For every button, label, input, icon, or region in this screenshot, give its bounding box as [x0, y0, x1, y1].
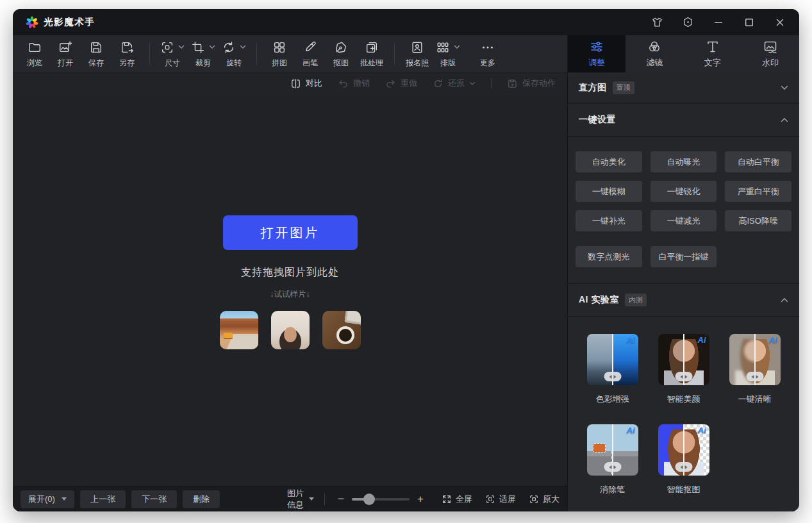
ai-badge-icon: Ai — [698, 426, 706, 435]
ai-smart-beauty-thumbnail: Ai — [658, 334, 709, 385]
compare-icon — [290, 78, 301, 89]
sample-desk-thumbnail[interactable] — [322, 311, 361, 349]
chevron-down-icon[interactable] — [178, 45, 185, 49]
watermark-icon — [763, 39, 778, 54]
high-iso-denoise-button[interactable]: 高ISO降噪 — [725, 210, 791, 231]
maximize-button[interactable] — [743, 16, 756, 29]
one-click-blur-button[interactable]: 一键模糊 — [576, 181, 642, 202]
brush-button[interactable]: 画笔 — [295, 37, 326, 71]
pen-nib-icon — [334, 40, 348, 55]
ai-badge-icon: Ai — [698, 335, 706, 345]
compare-button[interactable]: 对比 — [290, 78, 322, 89]
undo-button[interactable]: 撤销 — [338, 78, 370, 89]
tab-watermark[interactable]: 水印 — [742, 35, 799, 72]
open-image-button[interactable]: 打开图片 — [223, 215, 358, 250]
batch-stack-icon — [365, 40, 379, 55]
history-toolbar: 对比 撤销 重做 还原 保存动作 — [13, 72, 567, 94]
chevron-down-icon[interactable] — [240, 45, 246, 49]
open-button[interactable]: 打开 — [50, 37, 81, 71]
ai-lab-section-header[interactable]: AI 实验室 内测 — [568, 284, 799, 317]
ai-badge-icon: Ai — [769, 335, 777, 345]
tab-filters[interactable]: 滤镜 — [626, 35, 683, 72]
digital-spot-metering-button[interactable]: 数字点测光 — [576, 246, 642, 267]
ai-color-enhance-card[interactable]: Ai 色彩增强 — [577, 334, 648, 405]
save-as-button[interactable]: 另存 — [112, 37, 142, 71]
fullscreen-icon — [442, 494, 452, 504]
fullscreen-button[interactable]: 全屏 — [442, 494, 472, 505]
toolbar-separator — [256, 43, 257, 65]
ai-badge-icon: Ai — [627, 335, 635, 345]
resize-button[interactable]: 尺寸 — [157, 37, 188, 71]
id-photo-icon — [410, 40, 424, 55]
chevron-down-icon[interactable] — [209, 45, 215, 49]
id-photo-button[interactable]: 报名照 — [402, 37, 433, 71]
more-button[interactable]: 更多 — [472, 37, 503, 71]
zoom-in-button[interactable]: + — [413, 493, 427, 506]
image-info-button[interactable]: 图片信息 — [287, 488, 314, 511]
batch-button[interactable]: 批处理 — [356, 37, 387, 71]
next-image-button[interactable]: 下一张 — [131, 490, 177, 508]
dropdown-arrow-icon — [62, 497, 67, 501]
sample-canyon-thumbnail[interactable] — [220, 311, 258, 349]
redo-icon — [385, 78, 396, 89]
collage-button[interactable]: 拼图 — [264, 37, 295, 71]
ai-color-enhance-thumbnail: Ai — [587, 334, 638, 385]
ai-badge-icon: Ai — [627, 426, 635, 435]
layout-grid-icon — [436, 40, 450, 54]
compare-slider-icon — [675, 462, 692, 472]
auto-beautify-button[interactable]: 自动美化 — [576, 151, 642, 172]
sample-portrait-thumbnail[interactable] — [271, 311, 310, 349]
sliders-icon — [589, 39, 604, 54]
browse-button[interactable]: 浏览 — [19, 37, 50, 71]
toolbar-separator — [149, 43, 150, 65]
rotate-icon — [222, 40, 236, 54]
ai-eraser-pen-card[interactable]: Ai 消除笔 — [577, 424, 648, 495]
rotate-button[interactable]: 旋转 — [219, 37, 249, 71]
layout-button[interactable]: 排版 — [433, 37, 463, 71]
chevron-down-icon[interactable] — [454, 45, 460, 49]
delete-image-button[interactable]: 删除 — [183, 490, 220, 508]
original-size-button[interactable]: 原大 — [529, 494, 559, 505]
save-action-button[interactable]: 保存动作 — [507, 78, 556, 89]
tab-text[interactable]: 文字 — [684, 35, 742, 72]
one-click-sharpen-button[interactable]: 一键锐化 — [650, 181, 717, 202]
ai-one-click-clarity-card[interactable]: Ai 一键清晰 — [719, 334, 790, 405]
expand-filmstrip-button[interactable]: 展开(0) — [21, 490, 74, 508]
pin-badge[interactable]: 置顶 — [613, 81, 634, 94]
cutout-pen-button[interactable]: 抠图 — [326, 37, 356, 71]
zoom-slider-thumb[interactable] — [363, 494, 375, 505]
fit-screen-button[interactable]: 适屏 — [485, 494, 516, 505]
zoom-out-button[interactable]: − — [334, 493, 348, 506]
theme-shirt-icon[interactable] — [650, 16, 663, 29]
one-click-section-header[interactable]: 一键设置 — [568, 104, 799, 137]
eraser-selection — [593, 444, 606, 452]
settings-hexagon-icon[interactable] — [681, 16, 694, 29]
save-as-icon — [120, 40, 134, 55]
redo-button[interactable]: 重做 — [385, 78, 417, 89]
zoom-slider[interactable] — [352, 498, 410, 501]
dropdown-arrow-icon — [309, 497, 314, 501]
save-button[interactable]: 保存 — [81, 37, 112, 71]
one-click-fill-light-button[interactable]: 一键补光 — [576, 210, 642, 231]
bottom-statusbar: 展开(0) 上一张 下一张 删除 图片信息 − + — [13, 486, 567, 511]
panel-tabs: 调整 滤镜 文字 水印 — [568, 35, 799, 72]
auto-exposure-button[interactable]: 自动曝光 — [650, 151, 717, 172]
chevron-up-icon — [781, 117, 788, 122]
samples-hint: ↓试试样片↓ — [270, 289, 310, 300]
crop-button[interactable]: 裁剪 — [188, 37, 219, 71]
white-balance-one-touch-button[interactable]: 白平衡一指键 — [650, 246, 717, 267]
auto-white-balance-button[interactable]: 自动白平衡 — [725, 151, 791, 172]
compare-slider-icon — [746, 372, 763, 381]
image-canvas: 打开图片 支持拖拽图片到此处 ↓试试样片↓ — [13, 94, 567, 486]
ai-smart-beauty-card[interactable]: Ai 智能美颜 — [648, 334, 719, 405]
one-click-dim-light-button[interactable]: 一键减光 — [650, 210, 717, 231]
tab-adjust[interactable]: 调整 — [568, 35, 626, 72]
restore-button[interactable]: 还原 — [433, 78, 476, 89]
close-button[interactable] — [774, 16, 786, 29]
previous-image-button[interactable]: 上一张 — [80, 490, 126, 508]
minimize-button[interactable] — [712, 16, 725, 29]
ellipsis-icon — [481, 40, 495, 55]
severe-white-balance-button[interactable]: 严重白平衡 — [725, 181, 791, 202]
ai-smart-cutout-card[interactable]: Ai 智能抠图 — [648, 424, 719, 495]
histogram-section-header[interactable]: 直方图 置顶 — [568, 72, 799, 104]
